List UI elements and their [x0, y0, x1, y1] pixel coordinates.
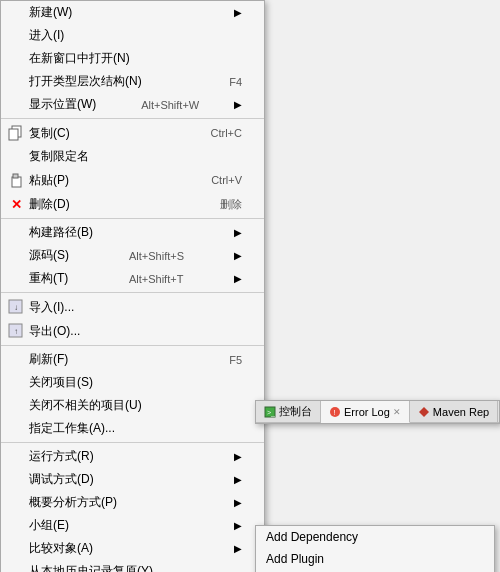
svg-rect-3 [13, 174, 18, 178]
menu-label-debug-as: 调试方式(D) [29, 471, 94, 488]
menu-item-open-in-new[interactable]: 在新窗口中打开(N) [1, 47, 264, 70]
submenu-item-add-dependency[interactable]: Add Dependency [256, 526, 494, 548]
arrow-debug-icon: ▶ [224, 474, 242, 485]
tab-console-label: 控制台 [279, 404, 312, 419]
menu-item-rename[interactable]: 复制限定名 [1, 145, 264, 168]
menu-item-compare-with[interactable]: 比较对象(A) ▶ [1, 537, 264, 560]
menu-label-close-unrelated: 关闭不相关的项目(U) [29, 397, 142, 414]
context-menu: 新建(W) ▶ 进入(I) 在新窗口中打开(N) 打开类型层次结构(N) F4 … [0, 0, 265, 572]
shortcut-paste: Ctrl+V [191, 174, 242, 186]
menu-label-open-type-hierarchy: 打开类型层次结构(N) [29, 73, 142, 90]
menu-item-paste[interactable]: 粘贴(P) Ctrl+V [1, 168, 264, 192]
menu-item-build-path[interactable]: 构建路径(B) ▶ [1, 221, 264, 244]
arrow-show-icon: ▶ [224, 99, 242, 110]
tab-area: >_ 控制台 ! Error Log ✕ Maven Rep [255, 400, 500, 424]
export-icon: ↑ [7, 322, 25, 340]
menu-item-close-unrelated[interactable]: 关闭不相关的项目(U) [1, 394, 264, 417]
svg-text:↑: ↑ [14, 327, 18, 336]
arrow-compare-icon: ▶ [224, 543, 242, 554]
menu-item-assign-working-sets[interactable]: 指定工作集(A)... [1, 417, 264, 440]
import-icon: ↓ [7, 298, 25, 316]
menu-label-enter: 进入(I) [29, 27, 64, 44]
menu-label-assign-working-sets: 指定工作集(A)... [29, 420, 115, 437]
menu-label-rename: 复制限定名 [29, 148, 89, 165]
svg-marker-16 [419, 407, 429, 417]
submenu-label-add-plugin: Add Plugin [266, 552, 324, 566]
menu-label-delete: 删除(D) [29, 196, 70, 213]
separator-2 [1, 218, 264, 219]
menu-label-refresh: 刷新(F) [29, 351, 68, 368]
separator-5 [1, 442, 264, 443]
tab-mavenrep-label: Maven Rep [433, 406, 489, 418]
menu-label-paste: 粘贴(P) [29, 172, 69, 189]
menu-label-new: 新建(W) [29, 4, 72, 21]
shortcut-show: Alt+Shift+W [121, 99, 199, 111]
menu-item-import[interactable]: ↓ 导入(I)... [1, 295, 264, 319]
menu-label-close-project: 关闭项目(S) [29, 374, 93, 391]
mavenrep-tab-icon [418, 406, 430, 418]
svg-text:↓: ↓ [14, 303, 18, 312]
separator-3 [1, 292, 264, 293]
menu-item-restore-from-history[interactable]: 从本地历史记录复原(Y)... [1, 560, 264, 572]
menu-item-open-type-hierarchy[interactable]: 打开类型层次结构(N) F4 [1, 70, 264, 93]
separator-4 [1, 345, 264, 346]
menu-label-open-in-new: 在新窗口中打开(N) [29, 50, 130, 67]
arrow-build-icon: ▶ [224, 227, 242, 238]
tab-errorlog-label: Error Log [344, 406, 390, 418]
shortcut-copy: Ctrl+C [191, 127, 242, 139]
menu-item-show[interactable]: 显示位置(W) Alt+Shift+W ▶ [1, 93, 264, 116]
arrow-refactor-icon: ▶ [224, 273, 242, 284]
errorlog-tab-icon: ! [329, 406, 341, 418]
menu-item-new[interactable]: 新建(W) ▶ [1, 1, 264, 24]
menu-item-close-project[interactable]: 关闭项目(S) [1, 371, 264, 394]
menu-label-team: 小组(E) [29, 517, 69, 534]
menu-item-enter[interactable]: 进入(I) [1, 24, 264, 47]
menu-label-profile-as: 概要分析方式(P) [29, 494, 117, 511]
shortcut-refactor: Alt+Shift+T [109, 273, 183, 285]
tab-bar: >_ 控制台 ! Error Log ✕ Maven Rep [256, 401, 499, 423]
menu-label-import: 导入(I)... [29, 299, 74, 316]
arrow-profile-icon: ▶ [224, 497, 242, 508]
svg-rect-1 [9, 129, 18, 140]
submenu-maven: Add Dependency Add Plugin M New Maven Mo… [255, 525, 495, 572]
menu-label-source: 源码(S) [29, 247, 69, 264]
menu-item-export[interactable]: ↑ 导出(O)... [1, 319, 264, 343]
svg-text:>_: >_ [267, 409, 275, 417]
submenu-label-add-dependency: Add Dependency [266, 530, 358, 544]
tab-errorlog-close[interactable]: ✕ [393, 407, 401, 417]
menu-item-delete[interactable]: ✕ 删除(D) 删除 [1, 192, 264, 216]
menu-label-export: 导出(O)... [29, 323, 80, 340]
shortcut-refresh: F5 [209, 354, 242, 366]
delete-icon: ✕ [7, 195, 25, 213]
shortcut-source: Alt+Shift+S [109, 250, 184, 262]
svg-text:!: ! [334, 408, 336, 417]
menu-item-refresh[interactable]: 刷新(F) F5 [1, 348, 264, 371]
arrow-icon: ▶ [224, 7, 242, 18]
menu-item-profile-as[interactable]: 概要分析方式(P) ▶ [1, 491, 264, 514]
copy-icon [7, 124, 25, 142]
console-tab-icon: >_ [264, 406, 276, 418]
menu-item-copy[interactable]: 复制(C) Ctrl+C [1, 121, 264, 145]
arrow-run-icon: ▶ [224, 451, 242, 462]
shortcut-f4: F4 [209, 76, 242, 88]
arrow-source-icon: ▶ [224, 250, 242, 261]
menu-label-build-path: 构建路径(B) [29, 224, 93, 241]
menu-item-source[interactable]: 源码(S) Alt+Shift+S ▶ [1, 244, 264, 267]
menu-label-show: 显示位置(W) [29, 96, 96, 113]
menu-label-copy: 复制(C) [29, 125, 70, 142]
shortcut-delete: 删除 [200, 197, 242, 212]
menu-label-run-as: 运行方式(R) [29, 448, 94, 465]
separator-1 [1, 118, 264, 119]
menu-label-restore-from-history: 从本地历史记录复原(Y)... [29, 563, 163, 572]
menu-item-run-as[interactable]: 运行方式(R) ▶ [1, 445, 264, 468]
tab-errorlog[interactable]: ! Error Log ✕ [321, 401, 410, 423]
paste-icon [7, 171, 25, 189]
menu-item-debug-as[interactable]: 调试方式(D) ▶ [1, 468, 264, 491]
menu-item-team[interactable]: 小组(E) ▶ [1, 514, 264, 537]
tab-mavenrep[interactable]: Maven Rep [410, 401, 498, 422]
menu-label-compare-with: 比较对象(A) [29, 540, 93, 557]
menu-label-refactor: 重构(T) [29, 270, 68, 287]
tab-console[interactable]: >_ 控制台 [256, 401, 321, 422]
menu-item-refactor[interactable]: 重构(T) Alt+Shift+T ▶ [1, 267, 264, 290]
submenu-item-add-plugin[interactable]: Add Plugin [256, 548, 494, 570]
